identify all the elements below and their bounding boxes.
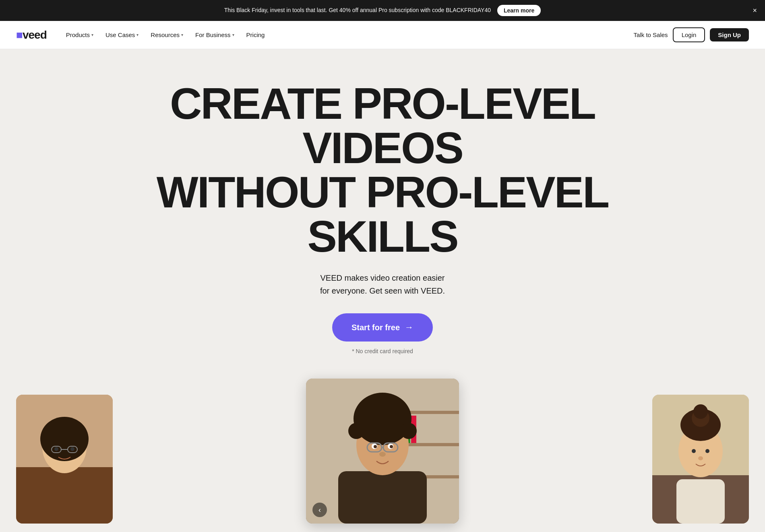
start-for-free-button[interactable]: Start for free → (332, 313, 433, 342)
svg-point-40 (693, 404, 708, 419)
svg-point-43 (698, 456, 703, 460)
nav-label-resources: Resources (151, 31, 180, 38)
learn-more-button[interactable]: Learn more (497, 5, 541, 16)
prev-button[interactable]: ‹ (312, 503, 327, 517)
hero-subtitle-line2: for everyone. Get seen with VEED. (320, 286, 445, 295)
svg-point-21 (348, 423, 364, 439)
svg-point-41 (692, 449, 696, 453)
svg-point-24 (390, 408, 407, 426)
svg-point-28 (374, 445, 377, 448)
nav-item-products[interactable]: Products ▾ (61, 28, 98, 41)
thumbnail-right-image (652, 395, 749, 524)
nav-link-for-business[interactable]: For Business ▾ (190, 28, 239, 41)
thumbnail-left-image (16, 395, 113, 524)
logo-accent: ■ (16, 29, 23, 41)
thumbnail-right (652, 395, 749, 524)
svg-point-25 (372, 404, 393, 424)
nav-label-pricing: Pricing (246, 31, 265, 38)
svg-point-4 (54, 447, 58, 451)
chevron-down-icon: ▾ (181, 33, 183, 37)
nav-link-use-cases[interactable]: Use Cases ▾ (101, 28, 143, 41)
thumbnail-center: ‹ (306, 379, 459, 524)
svg-point-3 (40, 417, 89, 461)
svg-rect-36 (676, 479, 725, 524)
hero-title: CREATE PRO-LEVEL VIDEOS WITHOUT PRO-LEVE… (101, 81, 664, 259)
login-button[interactable]: Login (673, 27, 705, 42)
hero-subtitle-line1: VEED makes video creation easier (320, 273, 445, 282)
thumbnail-center-image (306, 379, 459, 524)
svg-rect-1 (16, 467, 113, 524)
nav-link-pricing[interactable]: Pricing (242, 28, 270, 41)
nav-link-products[interactable]: Products ▾ (61, 28, 98, 41)
logo[interactable]: ■veed (16, 29, 47, 41)
svg-point-42 (705, 449, 709, 453)
svg-point-23 (358, 408, 375, 426)
nav-item-resources[interactable]: Resources ▾ (146, 28, 188, 41)
hero-title-line2: WITHOUT PRO-LEVEL SKILLS (101, 170, 664, 259)
banner-text: This Black Friday, invest in tools that … (224, 6, 491, 14)
svg-point-5 (70, 447, 74, 451)
navbar: ■veed Products ▾ Use Cases ▾ Resources ▾ (0, 21, 765, 49)
nav-label-products: Products (66, 31, 90, 38)
svg-rect-18 (338, 471, 427, 524)
svg-point-29 (390, 445, 393, 448)
chevron-down-icon: ▾ (232, 33, 234, 37)
nav-item-use-cases[interactable]: Use Cases ▾ (101, 28, 143, 41)
svg-point-22 (401, 423, 417, 439)
promo-banner: This Black Friday, invest in tools that … (0, 0, 765, 21)
hero-title-line1: CREATE PRO-LEVEL VIDEOS (101, 81, 664, 170)
hero-section: CREATE PRO-LEVEL VIDEOS WITHOUT PRO-LEVE… (0, 49, 765, 532)
hero-subtitle: VEED makes video creation easier for eve… (320, 271, 445, 297)
chevron-down-icon: ▾ (136, 33, 139, 37)
nav-label-for-business: For Business (195, 31, 231, 38)
nav-links: Products ▾ Use Cases ▾ Resources ▾ For B… (61, 28, 270, 41)
nav-right: Talk to Sales Login Sign Up (634, 27, 749, 42)
nav-item-pricing[interactable]: Pricing (242, 28, 270, 41)
nav-label-use-cases: Use Cases (105, 31, 135, 38)
talk-to-sales-link[interactable]: Talk to Sales (634, 31, 668, 38)
banner-close-button[interactable]: × (753, 7, 757, 14)
signup-button[interactable]: Sign Up (710, 28, 749, 41)
video-thumbnails: ‹ (16, 379, 749, 532)
cta-note: * No credit card required (352, 348, 413, 354)
cta-wrapper: Start for free → (332, 313, 433, 342)
logo-text: ■veed (16, 29, 47, 41)
chevron-down-icon: ▾ (91, 33, 93, 37)
svg-point-33 (379, 452, 386, 457)
nav-item-for-business[interactable]: For Business ▾ (190, 28, 239, 41)
arrow-right-icon: → (405, 322, 414, 333)
nav-left: ■veed Products ▾ Use Cases ▾ Resources ▾ (16, 28, 269, 41)
thumbnail-left (16, 395, 113, 524)
nav-link-resources[interactable]: Resources ▾ (146, 28, 188, 41)
cta-label: Start for free (351, 323, 400, 332)
